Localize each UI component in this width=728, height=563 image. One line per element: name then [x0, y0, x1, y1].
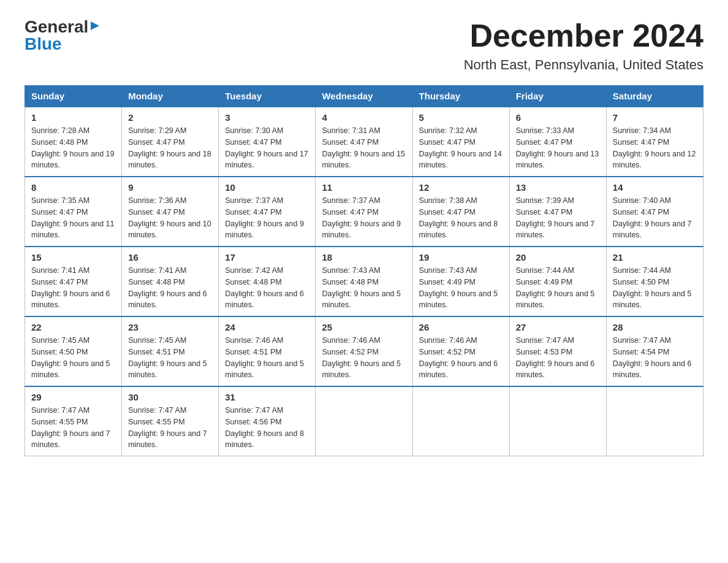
logo-triangle-icon — [89, 20, 100, 34]
day-info: Sunrise: 7:45 AM Sunset: 4:50 PM Dayligh… — [31, 335, 115, 381]
header-tuesday: Tuesday — [219, 86, 316, 107]
calendar-day-cell: 17 Sunrise: 7:42 AM Sunset: 4:48 PM Dayl… — [219, 247, 316, 316]
day-info: Sunrise: 7:47 AM Sunset: 4:56 PM Dayligh… — [225, 405, 309, 451]
day-number: 24 — [225, 322, 309, 332]
day-number: 30 — [128, 392, 212, 402]
calendar-table: SundayMondayTuesdayWednesdayThursdayFrid… — [25, 85, 703, 456]
day-info: Sunrise: 7:47 AM Sunset: 4:53 PM Dayligh… — [516, 335, 600, 381]
day-number: 12 — [419, 182, 503, 193]
day-info: Sunrise: 7:41 AM Sunset: 4:47 PM Dayligh… — [31, 265, 115, 311]
day-number: 31 — [225, 392, 309, 402]
day-number: 22 — [31, 322, 115, 332]
day-info: Sunrise: 7:39 AM Sunset: 4:47 PM Dayligh… — [516, 195, 600, 241]
day-info: Sunrise: 7:46 AM Sunset: 4:51 PM Dayligh… — [225, 335, 309, 381]
day-number: 5 — [419, 112, 503, 123]
calendar-day-cell: 23 Sunrise: 7:45 AM Sunset: 4:51 PM Dayl… — [122, 316, 219, 386]
day-number: 15 — [31, 252, 115, 262]
calendar-day-cell: 3 Sunrise: 7:30 AM Sunset: 4:47 PM Dayli… — [219, 107, 316, 177]
calendar-day-cell: 25 Sunrise: 7:46 AM Sunset: 4:52 PM Dayl… — [316, 316, 412, 386]
logo-blue-text: Blue — [25, 34, 62, 53]
day-number: 8 — [31, 182, 115, 193]
day-info: Sunrise: 7:46 AM Sunset: 4:52 PM Dayligh… — [322, 335, 406, 381]
day-number: 21 — [613, 252, 697, 262]
calendar-day-cell: 18 Sunrise: 7:43 AM Sunset: 4:48 PM Dayl… — [316, 247, 412, 316]
calendar-day-cell: 14 Sunrise: 7:40 AM Sunset: 4:47 PM Dayl… — [606, 177, 703, 247]
day-info: Sunrise: 7:28 AM Sunset: 4:48 PM Dayligh… — [31, 125, 115, 171]
location-title: North East, Pennsylvania, United States — [464, 57, 703, 73]
day-number: 18 — [322, 252, 406, 262]
day-info: Sunrise: 7:47 AM Sunset: 4:55 PM Dayligh… — [31, 405, 115, 451]
calendar-day-cell — [509, 386, 606, 456]
day-number: 13 — [516, 182, 600, 193]
calendar-day-cell: 22 Sunrise: 7:45 AM Sunset: 4:50 PM Dayl… — [25, 316, 122, 386]
calendar-day-cell: 20 Sunrise: 7:44 AM Sunset: 4:49 PM Dayl… — [509, 247, 606, 316]
day-info: Sunrise: 7:31 AM Sunset: 4:47 PM Dayligh… — [322, 125, 406, 171]
day-info: Sunrise: 7:29 AM Sunset: 4:47 PM Dayligh… — [128, 125, 212, 171]
day-number: 27 — [516, 322, 600, 332]
day-info: Sunrise: 7:43 AM Sunset: 4:49 PM Dayligh… — [419, 265, 503, 311]
day-info: Sunrise: 7:38 AM Sunset: 4:47 PM Dayligh… — [419, 195, 503, 241]
header-friday: Friday — [509, 86, 606, 107]
svg-marker-0 — [91, 21, 99, 30]
day-number: 1 — [31, 112, 115, 123]
day-number: 16 — [128, 252, 212, 262]
calendar-day-cell: 31 Sunrise: 7:47 AM Sunset: 4:56 PM Dayl… — [219, 386, 316, 456]
logo-general-row: General — [25, 18, 100, 36]
calendar-day-cell: 2 Sunrise: 7:29 AM Sunset: 4:47 PM Dayli… — [122, 107, 219, 177]
day-info: Sunrise: 7:32 AM Sunset: 4:47 PM Dayligh… — [419, 125, 503, 171]
calendar-day-cell: 10 Sunrise: 7:37 AM Sunset: 4:47 PM Dayl… — [219, 177, 316, 247]
day-info: Sunrise: 7:34 AM Sunset: 4:47 PM Dayligh… — [613, 125, 697, 171]
calendar-day-cell: 7 Sunrise: 7:34 AM Sunset: 4:47 PM Dayli… — [606, 107, 703, 177]
header-sunday: Sunday — [25, 86, 122, 107]
header: General Blue December 2024 North East, P… — [25, 18, 703, 73]
day-number: 9 — [128, 182, 212, 193]
header-monday: Monday — [122, 86, 219, 107]
day-info: Sunrise: 7:44 AM Sunset: 4:49 PM Dayligh… — [516, 265, 600, 311]
calendar-day-cell: 24 Sunrise: 7:46 AM Sunset: 4:51 PM Dayl… — [219, 316, 316, 386]
calendar-day-cell: 16 Sunrise: 7:41 AM Sunset: 4:48 PM Dayl… — [122, 247, 219, 316]
day-info: Sunrise: 7:36 AM Sunset: 4:47 PM Dayligh… — [128, 195, 212, 241]
calendar-day-cell — [606, 386, 703, 456]
day-number: 26 — [419, 322, 503, 332]
day-info: Sunrise: 7:42 AM Sunset: 4:48 PM Dayligh… — [225, 265, 309, 311]
day-number: 28 — [613, 322, 697, 332]
day-number: 6 — [516, 112, 600, 123]
calendar-header-row: SundayMondayTuesdayWednesdayThursdayFrid… — [25, 86, 703, 107]
day-number: 19 — [419, 252, 503, 262]
month-title: December 2024 — [464, 18, 703, 53]
day-number: 20 — [516, 252, 600, 262]
calendar-day-cell: 8 Sunrise: 7:35 AM Sunset: 4:47 PM Dayli… — [25, 177, 122, 247]
calendar-day-cell: 6 Sunrise: 7:33 AM Sunset: 4:47 PM Dayli… — [509, 107, 606, 177]
day-info: Sunrise: 7:41 AM Sunset: 4:48 PM Dayligh… — [128, 265, 212, 311]
calendar-day-cell: 29 Sunrise: 7:47 AM Sunset: 4:55 PM Dayl… — [25, 386, 122, 456]
day-number: 23 — [128, 322, 212, 332]
calendar-day-cell: 1 Sunrise: 7:28 AM Sunset: 4:48 PM Dayli… — [25, 107, 122, 177]
day-number: 25 — [322, 322, 406, 332]
calendar-day-cell: 5 Sunrise: 7:32 AM Sunset: 4:47 PM Dayli… — [412, 107, 509, 177]
day-info: Sunrise: 7:30 AM Sunset: 4:47 PM Dayligh… — [225, 125, 309, 171]
calendar-day-cell: 13 Sunrise: 7:39 AM Sunset: 4:47 PM Dayl… — [509, 177, 606, 247]
calendar-day-cell — [316, 386, 412, 456]
day-info: Sunrise: 7:44 AM Sunset: 4:50 PM Dayligh… — [613, 265, 697, 311]
day-number: 3 — [225, 112, 309, 123]
day-number: 2 — [128, 112, 212, 123]
calendar-day-cell: 27 Sunrise: 7:47 AM Sunset: 4:53 PM Dayl… — [509, 316, 606, 386]
logo-blue-row: Blue — [25, 36, 62, 53]
logo: General Blue — [25, 18, 100, 53]
day-info: Sunrise: 7:40 AM Sunset: 4:47 PM Dayligh… — [613, 195, 697, 241]
day-info: Sunrise: 7:37 AM Sunset: 4:47 PM Dayligh… — [322, 195, 406, 241]
day-number: 10 — [225, 182, 309, 193]
calendar-day-cell: 11 Sunrise: 7:37 AM Sunset: 4:47 PM Dayl… — [316, 177, 412, 247]
calendar-day-cell: 4 Sunrise: 7:31 AM Sunset: 4:47 PM Dayli… — [316, 107, 412, 177]
day-info: Sunrise: 7:37 AM Sunset: 4:47 PM Dayligh… — [225, 195, 309, 241]
calendar-day-cell: 19 Sunrise: 7:43 AM Sunset: 4:49 PM Dayl… — [412, 247, 509, 316]
calendar-day-cell: 26 Sunrise: 7:46 AM Sunset: 4:52 PM Dayl… — [412, 316, 509, 386]
day-number: 11 — [322, 182, 406, 193]
day-number: 14 — [613, 182, 697, 193]
day-info: Sunrise: 7:43 AM Sunset: 4:48 PM Dayligh… — [322, 265, 406, 311]
calendar-week-row: 29 Sunrise: 7:47 AM Sunset: 4:55 PM Dayl… — [25, 386, 703, 456]
day-info: Sunrise: 7:47 AM Sunset: 4:55 PM Dayligh… — [128, 405, 212, 451]
day-info: Sunrise: 7:33 AM Sunset: 4:47 PM Dayligh… — [516, 125, 600, 171]
calendar-day-cell: 21 Sunrise: 7:44 AM Sunset: 4:50 PM Dayl… — [606, 247, 703, 316]
day-number: 7 — [613, 112, 697, 123]
